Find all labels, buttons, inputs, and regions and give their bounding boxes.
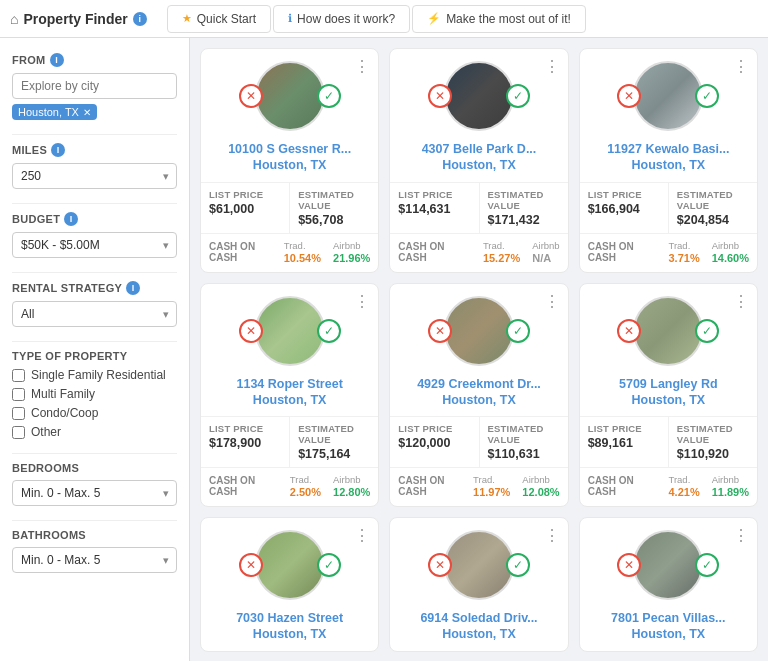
reject-button[interactable]: ✕ xyxy=(239,319,263,343)
accept-button[interactable]: ✓ xyxy=(506,84,530,108)
reject-button[interactable]: ✕ xyxy=(239,84,263,108)
divider-1 xyxy=(12,134,177,135)
airbnb-label: Airbnb xyxy=(333,474,370,485)
trad-return-item: Trad. 11.97% xyxy=(473,474,510,498)
miles-select-wrapper: 250 100 500 xyxy=(12,163,177,189)
reject-button[interactable]: ✕ xyxy=(428,319,452,343)
bathrooms-label: BATHROOMS xyxy=(12,529,177,541)
card-images: ✕ ✓ xyxy=(201,518,378,606)
property-link[interactable]: 4307 Belle Park D...Houston, TX xyxy=(398,141,559,174)
trad-label: Trad. xyxy=(290,474,321,485)
app-info-icon[interactable]: i xyxy=(133,12,147,26)
bathrooms-select[interactable]: Min. 0 - Max. 5 xyxy=(12,547,177,573)
budget-select[interactable]: $50K - $5.00M xyxy=(12,232,177,258)
card-address: 4929 Creekmont Dr...Houston, TX xyxy=(390,372,567,417)
card-address: 4307 Belle Park D...Houston, TX xyxy=(390,137,567,182)
property-link[interactable]: 5709 Langley RdHouston, TX xyxy=(588,376,749,409)
card-prices: LIST PRICE $166,904 ESTIMATED VALUE $204… xyxy=(580,182,757,234)
accept-button[interactable]: ✓ xyxy=(317,553,341,577)
property-link[interactable]: 1134 Roper StreetHouston, TX xyxy=(209,376,370,409)
property-card: ⋮ ✕ ✓ 7801 Pecan Villas...Houston, TX xyxy=(579,517,758,652)
app-title: Property Finder xyxy=(23,11,127,27)
from-info-icon[interactable]: i xyxy=(50,53,64,67)
property-image[interactable] xyxy=(633,530,703,600)
estimated-value-col: ESTIMATED VALUE $204,854 xyxy=(668,183,757,233)
property-image[interactable] xyxy=(633,61,703,131)
miles-info-icon[interactable]: i xyxy=(51,143,65,157)
cash-on-cash-label: CASH ON CASH xyxy=(209,475,278,497)
trad-return-item: Trad. 10.54% xyxy=(284,240,321,264)
card-address: 7030 Hazen StreetHouston, TX xyxy=(201,606,378,651)
rental-select-wrapper: All Traditional Airbnb xyxy=(12,301,177,327)
miles-select[interactable]: 250 100 500 xyxy=(12,163,177,189)
checkbox-condo[interactable]: Condo/Coop xyxy=(12,406,177,420)
bedrooms-select[interactable]: Min. 0 - Max. 5 xyxy=(12,480,177,506)
property-link[interactable]: 7030 Hazen StreetHouston, TX xyxy=(209,610,370,643)
property-link[interactable]: 7801 Pecan Villas...Houston, TX xyxy=(588,610,749,643)
tab-how-it-works[interactable]: ℹ How does it work? xyxy=(273,5,410,33)
accept-button[interactable]: ✓ xyxy=(317,319,341,343)
list-price-label: LIST PRICE xyxy=(588,189,660,200)
trad-return-value: 10.54% xyxy=(284,252,321,264)
budget-info-icon[interactable]: i xyxy=(64,212,78,226)
property-link[interactable]: 6914 Soledad Driv...Houston, TX xyxy=(398,610,559,643)
property-link[interactable]: 4929 Creekmont Dr...Houston, TX xyxy=(398,376,559,409)
property-image[interactable] xyxy=(255,296,325,366)
checkbox-condo-label: Condo/Coop xyxy=(31,406,98,420)
checkbox-other-input[interactable] xyxy=(12,426,25,439)
sidebar-bedrooms-section: BEDROOMS Min. 0 - Max. 5 xyxy=(12,462,177,506)
card-menu-icon[interactable]: ⋮ xyxy=(354,292,370,311)
property-card: ⋮ ✕ ✓ 6914 Soledad Driv...Houston, TX xyxy=(389,517,568,652)
card-menu-icon[interactable]: ⋮ xyxy=(544,57,560,76)
checkbox-condo-input[interactable] xyxy=(12,407,25,420)
accept-button[interactable]: ✓ xyxy=(506,553,530,577)
divider-2 xyxy=(12,203,177,204)
reject-button[interactable]: ✕ xyxy=(239,553,263,577)
card-menu-icon[interactable]: ⋮ xyxy=(733,292,749,311)
tab-make-most[interactable]: ⚡ Make the most out of it! xyxy=(412,5,586,33)
accept-button[interactable]: ✓ xyxy=(695,553,719,577)
from-label: FROM i xyxy=(12,53,177,67)
city-search-input[interactable] xyxy=(12,73,177,99)
checkbox-other[interactable]: Other xyxy=(12,425,177,439)
accept-button[interactable]: ✓ xyxy=(695,319,719,343)
tag-close-icon[interactable]: ✕ xyxy=(83,107,91,118)
card-menu-icon[interactable]: ⋮ xyxy=(544,292,560,311)
reject-button[interactable]: ✕ xyxy=(617,319,641,343)
rental-strategy-select[interactable]: All Traditional Airbnb xyxy=(12,301,177,327)
card-menu-icon[interactable]: ⋮ xyxy=(544,526,560,545)
checkbox-multi[interactable]: Multi Family xyxy=(12,387,177,401)
property-link[interactable]: 10100 S Gessner R...Houston, TX xyxy=(209,141,370,174)
card-menu-icon[interactable]: ⋮ xyxy=(733,57,749,76)
tab-quick-start[interactable]: ★ Quick Start xyxy=(167,5,271,33)
accept-button[interactable]: ✓ xyxy=(317,84,341,108)
checkbox-sfr-input[interactable] xyxy=(12,369,25,382)
rental-info-icon[interactable]: i xyxy=(126,281,140,295)
cash-on-cash-label: CASH ON CASH xyxy=(398,475,461,497)
checkbox-multi-input[interactable] xyxy=(12,388,25,401)
property-image[interactable] xyxy=(633,296,703,366)
property-card: ⋮ ✕ ✓ 7030 Hazen StreetHouston, TX xyxy=(200,517,379,652)
sidebar-miles-section: MILES i 250 100 500 xyxy=(12,143,177,189)
property-image[interactable] xyxy=(255,61,325,131)
accept-button[interactable]: ✓ xyxy=(506,319,530,343)
card-menu-icon[interactable]: ⋮ xyxy=(733,526,749,545)
property-image[interactable] xyxy=(444,296,514,366)
property-image[interactable] xyxy=(444,530,514,600)
estimated-value-value: $56,708 xyxy=(298,213,370,227)
star-icon: ★ xyxy=(182,12,192,25)
property-image[interactable] xyxy=(255,530,325,600)
card-menu-icon[interactable]: ⋮ xyxy=(354,526,370,545)
sidebar: FROM i Houston, TX ✕ MILES i 250 100 500 xyxy=(0,38,190,661)
reject-button[interactable]: ✕ xyxy=(428,553,452,577)
airbnb-label: Airbnb xyxy=(712,474,749,485)
card-menu-icon[interactable]: ⋮ xyxy=(354,57,370,76)
checkbox-sfr[interactable]: Single Family Residential xyxy=(12,368,177,382)
accept-button[interactable]: ✓ xyxy=(695,84,719,108)
property-link[interactable]: 11927 Kewalo Basi...Houston, TX xyxy=(588,141,749,174)
reject-button[interactable]: ✕ xyxy=(428,84,452,108)
card-returns: CASH ON CASH Trad. 10.54% Airbnb 21.96% xyxy=(201,234,378,272)
bedrooms-select-wrapper: Min. 0 - Max. 5 xyxy=(12,480,177,506)
airbnb-return-item: Airbnb 12.80% xyxy=(333,474,370,498)
property-image[interactable] xyxy=(444,61,514,131)
